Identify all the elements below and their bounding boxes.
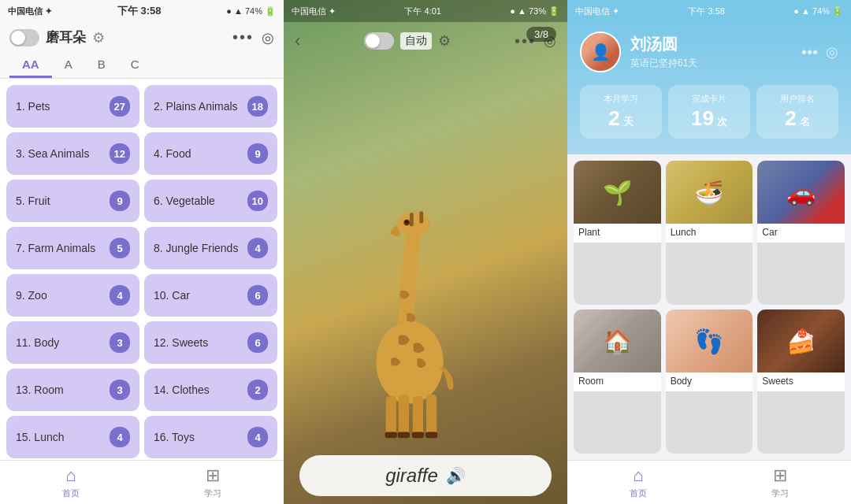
category-count: 4 [247,238,268,258]
stat-label-0: 本月学习 [604,93,638,105]
svg-rect-10 [385,432,397,439]
tab-aa[interactable]: AA [9,53,52,78]
stat-monthly-days: 本月学习 2 天 [580,85,662,139]
p3-card-car[interactable]: 🚗 Car [757,161,845,305]
category-item[interactable]: 8. Jungle Friends 4 [144,227,277,269]
profile-section: 👤 刘汤圆 英语已坚持61天 ••• ◎ 本月学习 2 天 完成卡片 [567,22,851,154]
p3-card-body[interactable]: 👣 Body [666,309,753,454]
card-image-0: 🌱 [574,161,661,224]
category-count: 6 [247,285,268,306]
auto-row: 自动 ⚙ [364,32,451,50]
card-label-3: Room [574,372,661,391]
status-bar-2: 中国电信 ✦ 下午 4:01 ● ▲ 73% 🔋 [284,0,567,22]
nav-learn-3[interactable]: ⊞ 学习 [709,461,851,504]
category-item[interactable]: 3. Sea Animals 12 [6,132,139,175]
nav-home-1[interactable]: ⌂ 首页 [0,461,142,504]
category-count: 4 [110,427,130,447]
card-image-4: 👣 [666,309,753,372]
stat-value-2: 2 [785,106,796,131]
status-icons-2: ● ▲ 73% 🔋 [510,6,559,17]
p3-card-room[interactable]: 🏠 Room [574,309,661,454]
category-name: 6. Vegetable [154,195,215,207]
category-name: 2. Plains Animals [154,100,238,113]
card-image-2: 🚗 [757,161,845,224]
stat-unit-1: 次 [717,115,727,129]
category-list: 1. Pets 27 2. Plains Animals 18 3. Sea A… [0,79,284,460]
status-icons-1: ● ▲ 74% 🔋 [226,6,276,17]
gear-icon-2[interactable]: ⚙ [438,32,451,50]
category-item[interactable]: 13. Room 3 [6,369,139,411]
category-item[interactable]: 7. Farm Animals 5 [6,227,139,269]
tab-b[interactable]: B [85,53,118,78]
more-dots-3[interactable]: ••• [801,43,818,61]
auto-label: 自动 [400,32,432,50]
category-item[interactable]: 14. Clothes 2 [144,369,277,411]
nav-learn-1[interactable]: ⊞ 学习 [142,461,284,504]
panel-2: 中国电信 ✦ 下午 4:01 ● ▲ 73% 🔋 ‹ 自动 ⚙ ••• ◎ 3/… [284,0,567,504]
category-name: 11. Body [16,336,59,349]
stat-unit-0: 天 [623,115,634,129]
svg-rect-12 [412,432,424,439]
time-3: 下午 3:58 [688,6,724,17]
category-name: 1. Pets [16,100,50,113]
target-icon-1[interactable]: ◎ [262,29,274,46]
stat-user-rank: 用户排名 2 名 [756,85,838,139]
svg-rect-7 [399,395,409,437]
category-count: 27 [110,96,130,117]
stat-value-0: 2 [608,106,619,131]
gear-icon[interactable]: ⚙ [92,29,105,46]
category-name: 5. Fruit [16,195,50,207]
stat-cards-done: 完成卡片 19 次 [668,85,750,139]
p3-card-sweets[interactable]: 🍰 Sweets [757,309,845,454]
category-item[interactable]: 6. Vegetable 10 [144,180,277,222]
avatar: 👤 [580,32,621,72]
p3-card-lunch[interactable]: 🍜 Lunch [666,161,753,305]
category-name: 8. Jungle Friends [154,242,238,254]
toggle-knob [11,31,25,45]
card-label-5: Sweets [757,372,845,391]
category-item[interactable]: 5. Fruit 9 [6,180,139,222]
main-toggle[interactable] [9,29,39,46]
panel-1: 中国电信 ✦ 下午 3:58 ● ▲ 74% 🔋 磨耳朵 ⚙ ••• ◎ AA … [0,0,284,504]
category-item[interactable]: 16. Toys 4 [144,416,277,458]
giraffe-illustration [331,142,489,441]
category-count: 9 [247,143,268,164]
auto-toggle[interactable] [364,32,394,50]
app-title: 磨耳朵 [46,28,86,46]
stat-value-1: 19 [691,106,714,131]
category-item[interactable]: 2. Plains Animals 18 [144,85,277,128]
more-dots-1[interactable]: ••• [232,28,254,46]
category-count: 18 [247,96,268,117]
tab-c[interactable]: C [118,53,152,78]
learn-label-1: 学习 [204,487,221,499]
back-button[interactable]: ‹ [295,31,300,51]
status-bar-1: 中国电信 ✦ 下午 3:58 ● ▲ 74% 🔋 [0,0,284,22]
speaker-icon[interactable]: 🔊 [446,466,466,485]
category-count: 9 [110,191,130,211]
category-item[interactable]: 1. Pets 27 [6,85,139,128]
profile-info: 刘汤圆 英语已坚持61天 [630,34,697,70]
profile-top: 👤 刘汤圆 英语已坚持61天 ••• ◎ [580,32,838,72]
p3-card-plant[interactable]: 🌱 Plant [574,161,661,305]
tab-a[interactable]: A [52,53,85,78]
category-count: 5 [110,238,130,258]
target-icon-3[interactable]: ◎ [826,43,838,61]
category-item[interactable]: 11. Body 3 [6,321,139,364]
category-count: 6 [247,332,268,353]
category-item[interactable]: 12. Sweets 6 [144,321,277,364]
category-name: 15. Lunch [16,431,65,443]
svg-rect-2 [419,211,423,223]
auto-knob [366,34,380,48]
profile-name: 刘汤圆 [630,34,697,55]
word-bar[interactable]: giraffe 🔊 [299,455,552,496]
nav-home-3[interactable]: ⌂ 首页 [567,461,709,504]
bottom-nav-1: ⌂ 首页 ⊞ 学习 [0,460,284,504]
toggle-row: 磨耳朵 ⚙ [9,28,105,46]
category-item[interactable]: 4. Food 9 [144,132,277,175]
category-item[interactable]: 15. Lunch 4 [6,416,139,458]
category-item[interactable]: 9. Zoo 4 [6,274,139,317]
stat-unit-2: 名 [800,115,810,129]
svg-point-5 [376,321,444,404]
category-count: 3 [110,380,130,400]
category-item[interactable]: 10. Car 6 [144,274,277,317]
